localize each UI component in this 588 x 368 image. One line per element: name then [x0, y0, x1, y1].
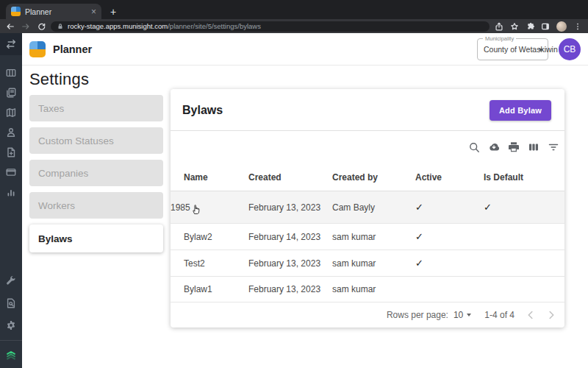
left-rail — [0, 33, 22, 368]
profile-avatar[interactable] — [556, 21, 567, 32]
municipality-label: Municipality — [483, 35, 516, 42]
cell-is-default — [484, 224, 564, 250]
page-url: rocky-stage.apps.munisight.com/planner/s… — [68, 22, 261, 30]
app-header: Planner Municipality County of Wetaskiwi… — [22, 33, 588, 66]
forward-icon[interactable] — [21, 22, 30, 31]
chevron-down-icon — [539, 49, 543, 52]
screen: Planner × + rocky-stage.apps.munisight.c… — [0, 0, 588, 368]
column-header-created[interactable]: Created — [248, 163, 332, 191]
map-icon[interactable] — [0, 107, 22, 118]
add-bylaw-button[interactable]: Add Bylaw — [490, 100, 551, 121]
settings-nav-item-bylaws[interactable]: Bylaws — [29, 224, 163, 252]
reload-icon[interactable] — [37, 22, 46, 31]
rail-toggle-button[interactable] — [0, 33, 22, 55]
municipality-value: County of Wetaskiwin — [478, 39, 548, 60]
settings-nav-item-custom-statuses[interactable]: Custom Statuses — [29, 127, 163, 154]
app-name: Planner — [53, 43, 92, 55]
bylaws-panel: Bylaws Add Bylaw NameCreatedCreated byAc… — [171, 89, 564, 328]
library-icon[interactable] — [0, 87, 22, 99]
column-header-is-default[interactable]: Is Default — [484, 163, 564, 191]
cell-name: Bylaw1 — [171, 277, 248, 302]
bookmark-star-icon[interactable] — [510, 22, 519, 31]
bar-chart-icon[interactable] — [0, 186, 22, 198]
back-icon[interactable] — [6, 22, 15, 31]
search-icon[interactable] — [467, 141, 481, 154]
rows-per-page-value: 10 — [453, 310, 463, 320]
print-icon[interactable] — [507, 141, 520, 154]
bylaws-panel-header: Bylaws Add Bylaw — [171, 89, 564, 130]
rail-foot-button[interactable] — [0, 340, 22, 368]
cell-created: February 13, 2023 — [248, 277, 332, 302]
column-header-name[interactable]: Name — [171, 163, 248, 191]
menu-icon[interactable] — [573, 22, 582, 31]
cell-name: 1985 — [171, 191, 248, 224]
cell-is-default: ✓ — [484, 191, 564, 224]
pagination: Rows per page: 10 1-4 of 4 — [171, 302, 564, 328]
check-icon: ✓ — [415, 231, 423, 242]
settings-nav: TaxesCustom StatusesCompaniesWorkersByla… — [29, 95, 163, 258]
cell-name: Test2 — [171, 250, 248, 277]
check-icon: ✓ — [415, 202, 423, 213]
new-tab-button[interactable]: + — [110, 7, 116, 17]
table-row[interactable]: 1985February 13, 2023Cam Bayly✓✓ — [171, 191, 564, 224]
rows-per-page-select[interactable]: 10 — [453, 310, 471, 320]
cell-active: ✓ — [415, 224, 484, 250]
person-icon[interactable] — [0, 127, 22, 138]
column-header-created-by[interactable]: Created by — [332, 163, 415, 191]
cell-name: Bylaw2 — [171, 224, 248, 250]
cell-created: February 13, 2023 — [248, 250, 332, 277]
cell-created-by: sam kumar — [332, 277, 415, 302]
pagination-range: 1-4 of 4 — [484, 310, 514, 320]
table-toolbar — [171, 131, 564, 163]
extensions-icon[interactable] — [526, 22, 534, 31]
view-week-icon[interactable] — [527, 141, 540, 154]
rows-per-page-label: Rows per page: — [387, 310, 448, 320]
download-icon[interactable] — [487, 141, 501, 154]
planner-logo-icon — [29, 41, 46, 57]
view-columns-icon[interactable] — [0, 67, 22, 79]
cell-created: February 14, 2023 — [248, 224, 332, 250]
side-panel-icon[interactable] — [541, 22, 550, 31]
column-header-active[interactable]: Active — [415, 163, 484, 191]
cell-active: ✓ — [415, 191, 484, 224]
tab-strip: Planner × + — [0, 0, 588, 19]
browser-tab[interactable]: Planner × — [6, 4, 101, 19]
bylaws-table: NameCreatedCreated byActiveIs Default 19… — [171, 163, 564, 302]
cell-created-by: sam kumar — [332, 250, 415, 277]
table-row[interactable]: Test2February 13, 2023sam kumar✓ — [171, 250, 564, 277]
municipality-select[interactable]: Municipality County of Wetaskiwin — [477, 38, 548, 60]
user-avatar[interactable]: CB — [559, 38, 581, 60]
lock-icon — [57, 23, 64, 30]
tab-title: Planner — [25, 7, 87, 16]
credit-card-icon[interactable] — [0, 166, 22, 178]
browser-chrome: Planner × + rocky-stage.apps.munisight.c… — [0, 0, 588, 33]
cell-created-by: sam kumar — [332, 224, 415, 250]
url-domain: rocky-stage.apps.munisight.com — [68, 22, 168, 30]
url-path: /planner/site/5/settings/bylaws — [168, 22, 261, 30]
filter-icon[interactable] — [547, 141, 560, 154]
table-row[interactable]: Bylaw2February 14, 2023sam kumar✓ — [171, 224, 564, 250]
table-row[interactable]: Bylaw1February 13, 2023sam kumar — [171, 277, 564, 302]
cell-is-default — [484, 250, 564, 277]
gear-icon[interactable] — [0, 319, 22, 331]
cell-active: ✓ — [415, 250, 484, 277]
url-bar[interactable]: rocky-stage.apps.munisight.com/planner/s… — [51, 21, 490, 32]
settings-nav-item-workers[interactable]: Workers — [29, 192, 163, 219]
file-plus-icon[interactable] — [0, 146, 22, 158]
tab-close-icon[interactable]: × — [91, 7, 96, 16]
settings-nav-item-taxes[interactable]: Taxes — [29, 95, 163, 121]
file-search-icon[interactable] — [0, 297, 22, 309]
settings-nav-item-companies[interactable]: Companies — [29, 160, 163, 186]
cell-is-default — [484, 277, 564, 302]
bylaws-title: Bylaws — [182, 104, 223, 117]
cell-created: February 13, 2023 — [248, 191, 332, 224]
share-icon[interactable] — [495, 22, 503, 31]
cell-active — [415, 277, 484, 302]
wrench-icon[interactable] — [0, 275, 22, 287]
next-page-button[interactable] — [545, 309, 557, 321]
browser-toolbar: rocky-stage.apps.munisight.com/planner/s… — [0, 19, 588, 33]
planner-favicon-icon — [11, 7, 21, 16]
previous-page-button[interactable] — [525, 309, 537, 321]
chevron-down-icon — [467, 314, 471, 316]
cell-created-by: Cam Bayly — [332, 191, 415, 224]
